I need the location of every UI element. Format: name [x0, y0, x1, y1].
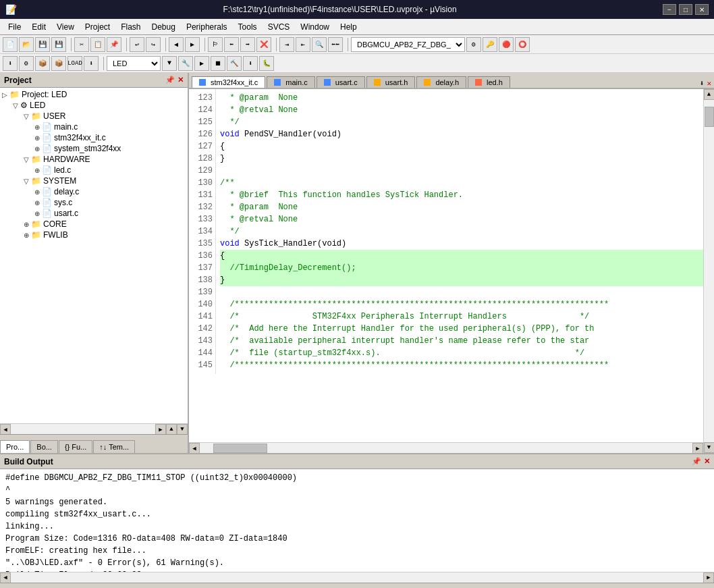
- project-tab-1[interactable]: Bo...: [30, 440, 58, 453]
- nav-back-btn[interactable]: ◀: [169, 37, 184, 52]
- target3-btn[interactable]: 📦: [35, 56, 50, 71]
- editor-tab-4[interactable]: delay.h: [416, 76, 466, 88]
- download-btn[interactable]: ⬇: [243, 56, 258, 71]
- build-output-content[interactable]: #define DBGMCU_APB2_FZ_DBG_TIM11_STOP ((…: [0, 469, 714, 572]
- build-btn[interactable]: 🔨: [227, 56, 242, 71]
- vscroll-up-btn[interactable]: ▲: [704, 89, 715, 100]
- editor-tab-0[interactable]: stm32f4xx_it.c: [192, 76, 265, 88]
- menu-item-edit[interactable]: Edit: [26, 21, 51, 33]
- project-tab-0[interactable]: Pro...: [0, 440, 30, 453]
- hscroll-left[interactable]: ◀: [0, 424, 11, 435]
- tree-expand-icon[interactable]: ▷: [0, 91, 9, 99]
- clear-bookmarks-btn[interactable]: ❌: [256, 37, 271, 52]
- stop-btn[interactable]: ⏹: [211, 56, 225, 71]
- bookmark-btn[interactable]: 🏳: [208, 37, 223, 52]
- build-hscroll-left[interactable]: ◀: [0, 572, 11, 583]
- menu-item-project[interactable]: Project: [80, 21, 115, 33]
- target2-btn[interactable]: ⚙: [19, 56, 34, 71]
- pin-icon[interactable]: 📌: [165, 76, 175, 84]
- vscroll-up[interactable]: ▲: [166, 424, 177, 435]
- tree-expand-icon[interactable]: ⊕: [32, 188, 42, 196]
- wrench-btn[interactable]: 🔧: [178, 56, 193, 71]
- menu-item-flash[interactable]: Flash: [115, 21, 146, 33]
- save-btn[interactable]: 💾: [35, 37, 50, 52]
- vscroll-down[interactable]: ▼: [177, 424, 188, 435]
- vscroll-thumb[interactable]: [705, 107, 714, 127]
- prev-bookmark-btn[interactable]: ⬅: [224, 37, 239, 52]
- tb-extra3[interactable]: 🔴: [499, 37, 514, 52]
- project-tab-3[interactable]: ↑↓ Tem...: [93, 440, 135, 453]
- tree-item[interactable]: ⊕📄system_stm32f4xx: [0, 143, 188, 154]
- menu-item-peripherals[interactable]: Peripherals: [181, 21, 233, 33]
- editor-vscroll[interactable]: ▲ ▼: [703, 89, 714, 453]
- tree-item[interactable]: ⊕📁FWLIB: [0, 230, 188, 240]
- editor-tab-2[interactable]: usart.c: [317, 76, 365, 88]
- hscroll-left-btn[interactable]: ◀: [189, 443, 200, 453]
- tree-item[interactable]: ▷📁Project: LED: [0, 89, 188, 100]
- menu-item-window[interactable]: Window: [295, 21, 335, 33]
- cut-btn[interactable]: ✂: [74, 37, 89, 52]
- led-dropdown[interactable]: LED: [107, 56, 161, 71]
- debug-btn[interactable]: 🐛: [259, 56, 274, 71]
- menu-item-debug[interactable]: Debug: [146, 21, 181, 33]
- undo-btn[interactable]: ↩: [130, 37, 144, 52]
- hscroll-thumb[interactable]: [213, 444, 267, 453]
- indent-btn[interactable]: ⇥: [279, 37, 294, 52]
- tree-item[interactable]: ⊕📁CORE: [0, 219, 188, 230]
- tree-expand-icon[interactable]: ▽: [22, 113, 31, 120]
- tree-expand-icon[interactable]: ▽: [11, 102, 20, 109]
- tree-expand-icon[interactable]: ▽: [22, 178, 31, 185]
- target-btn[interactable]: ⬇: [3, 56, 18, 71]
- close-panel-icon[interactable]: ✕: [177, 76, 184, 84]
- menu-item-help[interactable]: Help: [335, 21, 362, 33]
- close-button[interactable]: ✕: [695, 4, 709, 15]
- pin-icon[interactable]: 📌: [692, 457, 701, 466]
- tree-expand-icon[interactable]: ⊕: [32, 167, 42, 174]
- close-build-icon[interactable]: ✕: [704, 457, 710, 466]
- col-dec-btn[interactable]: ⬅⬅: [328, 37, 343, 52]
- vscroll-down-btn[interactable]: ▼: [704, 442, 715, 453]
- tree-expand-icon[interactable]: ⊕: [22, 221, 31, 228]
- tree-item[interactable]: ⊕📄delay.c: [0, 186, 188, 197]
- tree-item[interactable]: ⊕📄stm32f4xx_it.c: [0, 132, 188, 143]
- redo-btn[interactable]: ↪: [146, 37, 161, 52]
- dropdown-arrow-btn[interactable]: ▼: [162, 56, 177, 71]
- close-tab-icon[interactable]: ✕: [707, 79, 711, 88]
- unindent-btn[interactable]: ⇤: [296, 37, 310, 52]
- menu-item-file[interactable]: File: [3, 21, 26, 33]
- tree-item[interactable]: ▽📁HARDWARE: [0, 154, 188, 165]
- new-file-btn[interactable]: 📄: [3, 37, 18, 52]
- menu-item-svcs[interactable]: SVCS: [263, 21, 296, 33]
- editor-tab-5[interactable]: led.h: [468, 76, 510, 88]
- tree-item[interactable]: ⊕📄led.c: [0, 165, 188, 176]
- editor-tab-3[interactable]: usart.h: [366, 76, 416, 88]
- load-btn[interactable]: LOAD: [67, 56, 82, 71]
- tree-expand-icon[interactable]: ⊕: [32, 210, 42, 217]
- tree-item[interactable]: ⊕📄usart.c: [0, 208, 188, 219]
- vscroll-track[interactable]: [705, 100, 714, 442]
- tree-item[interactable]: ▽⚙LED: [0, 100, 188, 111]
- save-all-btn[interactable]: 💾: [51, 37, 66, 52]
- tree-item[interactable]: ⊕📄main.c: [0, 122, 188, 132]
- tree-item[interactable]: ⊕📄sys.c: [0, 197, 188, 208]
- menu-item-view[interactable]: View: [51, 21, 80, 33]
- tree-expand-icon[interactable]: ⊕: [22, 232, 31, 239]
- tb-extra1[interactable]: ⚙: [466, 37, 481, 52]
- find-btn[interactable]: 🔍: [312, 37, 327, 52]
- run-btn[interactable]: ▶: [194, 56, 209, 71]
- project-tab-2[interactable]: {} Fu...: [59, 440, 92, 453]
- tb-extra2[interactable]: 🔑: [483, 37, 497, 52]
- load2-btn[interactable]: ⬇: [84, 56, 99, 71]
- tree-expand-icon[interactable]: ⊕: [32, 124, 42, 131]
- hscroll-track[interactable]: [200, 443, 692, 453]
- tree-expand-icon[interactable]: ⊕: [32, 134, 42, 142]
- tree-expand-icon[interactable]: ⊕: [32, 145, 42, 153]
- build-hscroll-right[interactable]: ▶: [703, 572, 714, 583]
- dbgmcu-dropdown[interactable]: DBGMCU_APB2_FZ_DBG_: [351, 37, 465, 52]
- tree-expand-icon[interactable]: ⊕: [32, 199, 42, 207]
- tree-expand-icon[interactable]: ▽: [22, 156, 31, 163]
- nav-fwd-btn[interactable]: ▶: [185, 37, 200, 52]
- copy-btn[interactable]: 📋: [90, 37, 105, 52]
- minimize-button[interactable]: −: [663, 4, 676, 15]
- hscroll-right[interactable]: ▶: [155, 424, 166, 435]
